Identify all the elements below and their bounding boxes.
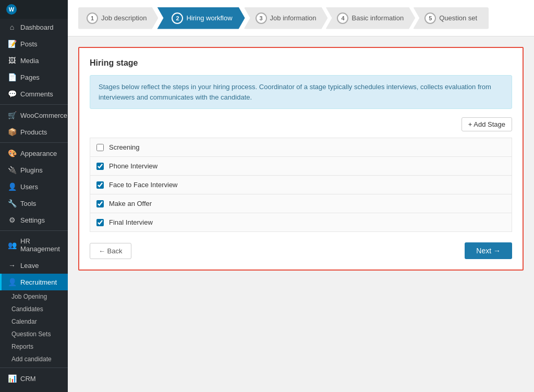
stage-row-phone-interview: Phone Interview	[90, 157, 512, 176]
sidebar-sub-candidates[interactable]: Candidates	[0, 303, 68, 315]
stage-row-final-interview: Final Interview	[90, 213, 512, 232]
users-icon: 👤	[8, 182, 16, 191]
hr-icon: 👥	[8, 241, 16, 249]
sidebar-item-label: Comments	[20, 90, 53, 98]
hiring-stage-box: Hiring stage Stages below reflect the st…	[78, 47, 524, 271]
media-icon: 🖼	[8, 56, 16, 65]
add-stage-row: + Add Stage	[90, 117, 512, 131]
woocommerce-icon: 🛒	[8, 111, 16, 119]
sidebar-item-label: Appearance	[20, 150, 57, 157]
tools-icon: 🔧	[8, 199, 16, 207]
sidebar: W ⌂ Dashboard 📝 Posts 🖼 Media 📄 Pages 💬 …	[0, 0, 68, 392]
sidebar-item-crm[interactable]: 📊 CRM	[0, 370, 68, 387]
wizard-steps-container: 1 Job description 2 Hiring workflow 3 Jo…	[78, 7, 489, 29]
appearance-icon: 🎨	[8, 149, 16, 157]
content-area: Hiring stage Stages below reflect the st…	[68, 36, 534, 392]
sidebar-item-users[interactable]: 👤 Users	[0, 178, 68, 195]
sidebar-item-label: Dashboard	[20, 23, 54, 31]
info-box: Stages below reflect the steps in your h…	[90, 75, 512, 109]
sidebar-item-label: Plugins	[20, 166, 43, 174]
sidebar-item-plugins[interactable]: 🔌 Plugins	[0, 162, 68, 178]
sidebar-item-label: Products	[20, 128, 47, 136]
sidebar-item-label: CRM	[20, 375, 36, 383]
sidebar-item-comments[interactable]: 💬 Comments	[0, 85, 68, 102]
sidebar-item-hr-management[interactable]: 👥 HR Management	[0, 233, 68, 257]
sidebar-sub-add-candidate[interactable]: Add candidate	[0, 353, 68, 365]
stage-row-face-to-face: Face to Face Interview	[90, 176, 512, 194]
step-5-num: 5	[424, 13, 436, 24]
sidebar-item-label: Posts	[20, 40, 38, 48]
sidebar-header: W	[0, 0, 68, 19]
stage-row-screening: Screening	[90, 138, 512, 157]
stage-checkbox-phone-interview[interactable]	[96, 163, 104, 170]
comments-icon: 💬	[8, 90, 16, 98]
sidebar-item-leave[interactable]: → Leave	[0, 257, 68, 274]
stage-label-face-to-face: Face to Face Interview	[109, 181, 178, 189]
main-content: 1 Job description 2 Hiring workflow 3 Jo…	[68, 0, 534, 392]
sidebar-sub-question-sets[interactable]: Question Sets	[0, 328, 68, 340]
step-5-label: Question set	[439, 14, 477, 22]
recruitment-icon: 👤	[8, 278, 16, 286]
step-2-num: 2	[172, 13, 183, 24]
sidebar-item-label: Tools	[20, 200, 36, 207]
sidebar-sub-reports[interactable]: Reports	[0, 340, 68, 353]
next-button[interactable]: Next →	[465, 242, 512, 259]
sidebar-item-posts[interactable]: 📝 Posts	[0, 35, 68, 52]
stage-checkbox-face-to-face[interactable]	[96, 181, 104, 189]
step-3-num: 3	[256, 13, 267, 24]
stage-row-make-offer: Make an Offer	[90, 194, 512, 213]
sidebar-item-label: Media	[20, 57, 39, 65]
hiring-stage-title: Hiring stage	[90, 58, 512, 68]
wizard-step-2[interactable]: 2 Hiring workflow	[157, 7, 245, 29]
step-4-num: 4	[337, 13, 348, 24]
sidebar-item-pages[interactable]: 📄 Pages	[0, 69, 68, 85]
wizard-steps-bar: 1 Job description 2 Hiring workflow 3 Jo…	[68, 0, 534, 36]
pages-icon: 📄	[8, 73, 16, 81]
sidebar-item-appearance[interactable]: 🎨 Appearance	[0, 145, 68, 162]
sidebar-item-label: Users	[20, 183, 38, 191]
leave-icon: →	[8, 261, 16, 270]
dashboard-icon: ⌂	[8, 23, 16, 31]
stage-label-final-interview: Final Interview	[109, 218, 153, 226]
add-stage-button[interactable]: + Add Stage	[462, 117, 512, 131]
wizard-step-4[interactable]: 4 Basic information	[325, 7, 415, 29]
sidebar-item-settings[interactable]: ⚙ Settings	[0, 212, 68, 228]
wizard-step-1[interactable]: 1 Job description	[78, 7, 158, 29]
sidebar-item-recruitment[interactable]: 👤 Recruitment	[0, 274, 68, 290]
step-1-label: Job description	[101, 14, 147, 22]
sidebar-item-label: Recruitment	[20, 278, 57, 286]
sidebar-item-woocommerce[interactable]: 🛒 WooCommerce	[0, 107, 68, 124]
sidebar-item-label: Pages	[20, 74, 40, 81]
step-2-label: Hiring workflow	[186, 14, 232, 22]
step-3-label: Job information	[270, 14, 317, 22]
wizard-step-5[interactable]: 5 Question set	[413, 7, 489, 29]
settings-icon: ⚙	[8, 216, 16, 224]
stage-label-make-offer: Make an Offer	[109, 200, 152, 207]
stage-checkbox-final-interview[interactable]	[96, 219, 104, 226]
sidebar-item-label: Settings	[20, 216, 45, 224]
stage-label-screening: Screening	[109, 143, 140, 151]
stage-list: Screening Phone Interview Face to Face I…	[90, 138, 512, 232]
step-1-num: 1	[87, 13, 98, 24]
wp-logo: W	[6, 4, 17, 15]
sidebar-item-media[interactable]: 🖼 Media	[0, 52, 68, 69]
back-button[interactable]: ← Back	[90, 243, 131, 259]
sidebar-item-label: WooCommerce	[20, 112, 67, 119]
posts-icon: 📝	[8, 40, 16, 48]
sidebar-item-label: HR Management	[20, 237, 62, 253]
sidebar-item-label: Leave	[20, 262, 39, 270]
sidebar-item-tools[interactable]: 🔧 Tools	[0, 195, 68, 212]
plugins-icon: 🔌	[8, 166, 16, 174]
stage-checkbox-screening[interactable]	[96, 144, 104, 151]
sidebar-item-accounting[interactable]: ⚙ Accounting	[0, 387, 68, 392]
wizard-step-3[interactable]: 3 Job information	[244, 7, 328, 29]
action-row: ← Back Next →	[90, 242, 512, 259]
sidebar-sub-calendar[interactable]: Calendar	[0, 315, 68, 328]
stage-checkbox-make-offer[interactable]	[96, 200, 104, 207]
products-icon: 📦	[8, 128, 16, 136]
sidebar-item-products[interactable]: 📦 Products	[0, 124, 68, 140]
stage-label-phone-interview: Phone Interview	[109, 162, 157, 170]
sidebar-item-dashboard[interactable]: ⌂ Dashboard	[0, 19, 68, 35]
crm-icon: 📊	[8, 374, 16, 383]
sidebar-sub-job-opening[interactable]: Job Opening	[0, 290, 68, 303]
